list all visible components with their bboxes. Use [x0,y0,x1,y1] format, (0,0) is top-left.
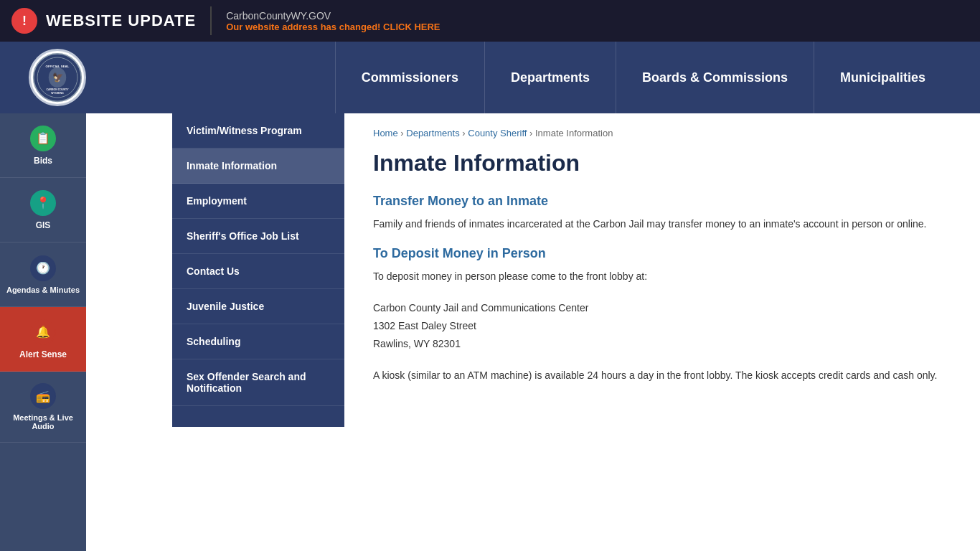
breadcrumb-sep3: › [529,128,535,138]
address-line-3: Rawlins, WY 82301 [373,335,937,353]
alert-link[interactable]: Our website address has changed! CLICK H… [226,22,440,32]
sidebar-item-meetings[interactable]: 📻 Meetings & Live Audio [0,372,86,443]
nav-boards[interactable]: Boards & Commissions [616,42,814,113]
meetings-icon: 📻 [30,383,56,409]
address-line-1: Carbon County Jail and Communications Ce… [373,299,937,317]
sidebar-item-alert-sense[interactable]: 🔔 Alert Sense [0,307,86,372]
breadcrumb: Home › Departments › County Sheriff › In… [373,128,937,138]
menu-job-list[interactable]: Sheriff's Office Job List [172,219,344,254]
menu-juvenile-justice[interactable]: Juvenile Justice [172,289,344,324]
section-intro-deposit: To deposit money in person please come t… [373,268,937,284]
sidebar-meetings-label: Meetings & Live Audio [6,413,80,430]
sidebar-item-bids[interactable]: 📋 Bids [0,113,86,178]
side-menu: Victim/Witness Program Inmate Informatio… [172,113,344,427]
agendas-icon: 🕐 [30,255,56,281]
sidebar-agendas-label: Agendas & Minutes [6,286,80,294]
main-nav: Commissioners Departments Boards & Commi… [335,42,951,113]
sidebar-bids-label: Bids [34,156,52,166]
svg-text:CARBON COUNTY: CARBON COUNTY [46,88,69,91]
nav-municipalities[interactable]: Municipalities [814,42,951,113]
breadcrumb-county-sheriff[interactable]: County Sheriff [468,128,527,138]
address-block: Carbon County Jail and Communications Ce… [373,299,937,354]
nav-departments[interactable]: Departments [484,42,616,113]
section-heading-deposit: To Deposit Money in Person [373,246,937,261]
svg-text:WYOMING: WYOMING [51,92,64,95]
address-line-2: 1302 East Daley Street [373,317,937,335]
sidebar-item-agendas[interactable]: 🕐 Agendas & Minutes [0,242,86,307]
bids-icon: 📋 [30,126,56,151]
sidebar-item-gis[interactable]: 📍 GIS [0,178,86,242]
alert-divider [210,6,212,35]
menu-employment[interactable]: Employment [172,184,344,219]
menu-contact-us[interactable]: Contact Us [172,254,344,289]
alert-url: CarbonCountyWY.GOV [226,10,440,22]
alert-text-block: CarbonCountyWY.GOV Our website address h… [226,10,440,32]
alert-icon: ! [11,8,37,34]
sidebar-gis-label: GIS [36,220,51,230]
left-sidebar: 📋 Bids 📍 GIS 🕐 Agendas & Minutes 🔔 Alert… [0,113,86,551]
menu-scheduling[interactable]: Scheduling [172,324,344,359]
menu-sex-offender[interactable]: Sex Offender Search and Notification [172,359,344,406]
main-content-wrapper: Victim/Witness Program Inmate Informatio… [172,113,966,427]
menu-inmate-info[interactable]: Inmate Information [172,149,344,184]
logo-area: OFFICIAL SEAL CARBON COUNTY WYOMING 🦅 [29,49,86,106]
alert-sense-icon: 🔔 [30,319,56,345]
breadcrumb-departments[interactable]: Departments [406,128,459,138]
alert-title: WEBSITE UPDATE [46,11,196,30]
gis-icon: 📍 [30,190,56,216]
menu-victim-witness[interactable]: Victim/Witness Program [172,113,344,149]
logo-seal: OFFICIAL SEAL CARBON COUNTY WYOMING 🦅 [29,49,86,106]
content-area: Home › Departments › County Sheriff › In… [344,113,966,427]
section-body-transfer: Family and friends of inmates incarcerat… [373,216,937,232]
alert-bar: ! WEBSITE UPDATE CarbonCountyWY.GOV Our … [0,0,980,42]
svg-text:🦅: 🦅 [52,72,64,83]
nav-commissioners[interactable]: Commissioners [335,42,484,113]
page-layout: 📋 Bids 📍 GIS 🕐 Agendas & Minutes 🔔 Alert… [0,113,980,427]
sidebar-alert-label: Alert Sense [19,349,67,359]
breadcrumb-current: Inmate Information [535,128,613,138]
section-heading-transfer: Transfer Money to an Inmate [373,194,937,209]
page-title: Inmate Information [373,150,937,176]
breadcrumb-home[interactable]: Home [373,128,398,138]
header-nav: OFFICIAL SEAL CARBON COUNTY WYOMING 🦅 Co… [0,42,980,113]
section-note-kiosk: A kiosk (similar to an ATM machine) is a… [373,367,937,383]
